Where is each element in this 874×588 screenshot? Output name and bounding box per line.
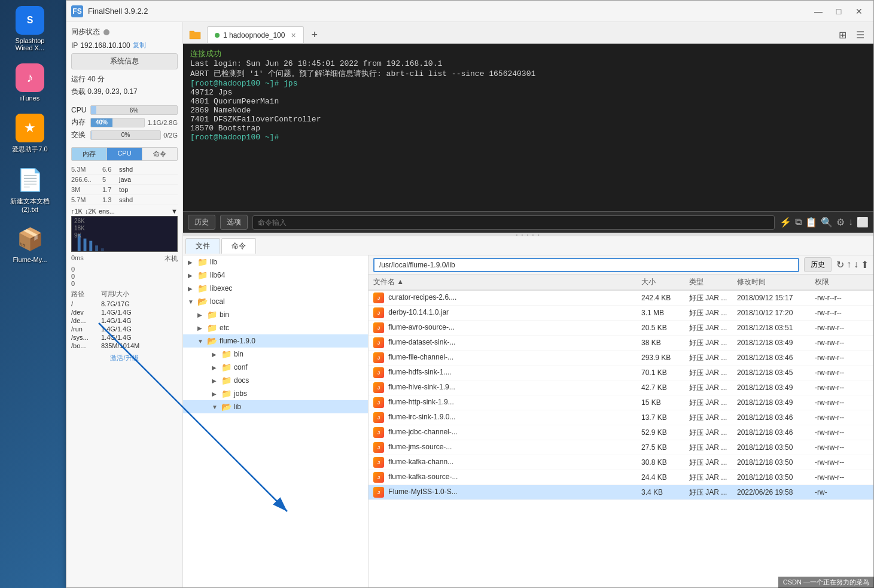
tree-folder-icon-flume-bin: 📁	[221, 349, 232, 359]
file-size-1: 3.1 MB	[641, 309, 689, 317]
sysinfo-button[interactable]: 系统信息	[71, 53, 178, 69]
file-perm-8: -rw-rw-r--	[815, 413, 869, 422]
file-name-5: J flume-hdfs-sink-1....	[373, 367, 641, 378]
file-date-2: 2018/12/18 03:51	[737, 324, 815, 332]
settings-icon[interactable]: ⚙	[836, 217, 845, 228]
activate-link[interactable]: 激活/升级	[71, 354, 178, 362]
swap-detail: 0/2G	[163, 132, 178, 139]
delete-icon[interactable]: ⬆	[861, 259, 869, 270]
desktop: S Splashtop Wired X... ♪ iTunes ★ 爱思助手7.…	[0, 0, 874, 588]
file-size-3: 38 KB	[641, 339, 689, 347]
upload-icon[interactable]: ↑	[846, 259, 851, 270]
network-header: ↑1K ↓2K ens... ▼	[71, 208, 178, 215]
col-type[interactable]: 类型	[689, 277, 737, 287]
file-table: 文件名 ▲ 大小 类型 修改时间 权限 J curator-recipes-2.…	[369, 275, 873, 587]
disk-row: /run 1.4G/1.4G	[71, 325, 178, 333]
tree-item-lib[interactable]: ▶ 📁 lib	[183, 255, 368, 269]
desktop-icon-newtxt[interactable]: 📄 新建文本文档(2).txt	[6, 166, 54, 213]
file-row[interactable]: J flume-jms-source-... 27.5 KB 好压 JAR ..…	[369, 440, 873, 455]
file-row[interactable]: J flume-irc-sink-1.9.0... 13.7 KB 好压 JAR…	[369, 410, 873, 425]
file-row[interactable]: J flume-kafka-source-... 24.4 KB 好压 JAR …	[369, 470, 873, 485]
col-size[interactable]: 大小	[641, 277, 689, 287]
cpu-bar: 6%	[90, 105, 178, 115]
tree-item-libexec[interactable]: ▶ 📁 libexec	[183, 282, 368, 295]
tree-item-flume-docs[interactable]: ▶ 📁 docs	[183, 374, 368, 387]
tab-close-button[interactable]: ×	[291, 31, 296, 40]
folder-button[interactable]	[185, 26, 205, 43]
window-controls: — □ ✕	[809, 4, 869, 19]
path-input[interactable]	[373, 258, 799, 272]
path-history-button[interactable]: 历史	[804, 257, 832, 272]
tree-item-flume190[interactable]: ▼ 📂 flume-1.9.0	[183, 334, 368, 348]
watermark: CSDN —一个正在努力的菜鸟	[778, 577, 874, 588]
file-row[interactable]: J flume-hive-sink-1.9... 42.7 KB 好压 JAR …	[369, 380, 873, 395]
file-row[interactable]: J flume-http-sink-1.9... 15 KB 好压 JAR ..…	[369, 395, 873, 410]
terminal-area[interactable]: 连接成功 Last login: Sun Jun 26 18:45:01 202…	[183, 44, 873, 211]
tree-label-flume190: flume-1.9.0	[220, 337, 255, 345]
download-icon[interactable]: ↓	[848, 217, 853, 228]
fullscreen-icon[interactable]: ⬜	[857, 217, 869, 228]
file-row[interactable]: J flume-hdfs-sink-1.... 70.1 KB 好压 JAR .…	[369, 365, 873, 380]
grid-view-button[interactable]: ⊞	[834, 26, 851, 43]
tab-mem[interactable]: 内存	[72, 148, 107, 160]
command-input[interactable]	[252, 215, 775, 230]
file-size-12: 24.4 KB	[641, 473, 689, 482]
file-tab-commands[interactable]: 命令	[221, 238, 256, 254]
file-size-9: 52.9 KB	[641, 428, 689, 437]
tree-item-flume-jobs[interactable]: ▶ 📁 jobs	[183, 387, 368, 400]
copy-button[interactable]: 复制	[133, 41, 146, 50]
file-tab-files[interactable]: 文件	[185, 238, 220, 254]
file-perm-3: -rw-rw-r--	[815, 339, 869, 347]
file-row[interactable]: J Flume-MyISS-1.0-S... 3.4 KB 好压 JAR ...…	[369, 485, 873, 500]
tab-status-dot	[215, 33, 220, 38]
file-row[interactable]: J flume-jdbc-channel-... 52.9 KB 好压 JAR …	[369, 425, 873, 440]
desktop-icon-itunes[interactable]: ♪ iTunes	[6, 63, 54, 102]
terminal-line-7: 2869 NameNode	[190, 106, 866, 115]
process-tabs[interactable]: 内存 CPU 命令	[71, 147, 178, 161]
col-date[interactable]: 修改时间	[737, 277, 815, 287]
close-button[interactable]: ✕	[849, 4, 869, 19]
tree-item-flume-lib[interactable]: ▼ 📂 lib	[183, 400, 368, 413]
add-tab-button[interactable]: +	[306, 26, 323, 43]
file-manager: 文件 命令 ▶ 📁 lib ▶	[183, 236, 873, 587]
file-row[interactable]: J curator-recipes-2.6.... 242.4 KB 好压 JA…	[369, 291, 873, 306]
file-size-4: 293.9 KB	[641, 354, 689, 362]
tree-label-bin: bin	[220, 310, 229, 319]
history-button[interactable]: 历史	[188, 215, 215, 230]
tree-item-lib64[interactable]: ▶ 📁 lib64	[183, 269, 368, 282]
search-icon[interactable]: 🔍	[821, 217, 833, 228]
desktop-icon-flume[interactable]: 📦 Flume-My...	[6, 225, 54, 263]
desktop-icon-aisi[interactable]: ★ 爱思助手7.0	[6, 114, 54, 154]
refresh-icon[interactable]: ↻	[836, 259, 844, 270]
tree-item-bin[interactable]: ▶ 📁 bin	[183, 308, 368, 321]
svg-rect-2	[89, 241, 92, 251]
paste-icon[interactable]: 📋	[805, 217, 817, 228]
tree-item-flume-bin[interactable]: ▶ 📁 bin	[183, 348, 368, 361]
maximize-button[interactable]: □	[829, 4, 848, 19]
col-perm[interactable]: 权限	[815, 277, 869, 287]
file-size-5: 70.1 KB	[641, 368, 689, 377]
copy-icon[interactable]: ⧉	[795, 217, 802, 228]
file-row[interactable]: J flume-file-channel-... 293.9 KB 好压 JAR…	[369, 351, 873, 365]
path-bar: 历史 ↻ ↑ ↓ ⬆	[369, 255, 873, 275]
lightning-icon[interactable]: ⚡	[779, 217, 791, 228]
file-row[interactable]: J flume-dataset-sink-... 38 KB 好压 JAR ..…	[369, 336, 873, 351]
options-button[interactable]: 选项	[220, 215, 248, 230]
file-row[interactable]: J derby-10.14.1.0.jar 3.1 MB 好压 JAR ... …	[369, 306, 873, 321]
list-view-button[interactable]: ☰	[852, 26, 869, 43]
file-type-4: 好压 JAR ...	[689, 353, 737, 363]
col-name[interactable]: 文件名 ▲	[373, 277, 641, 287]
tree-item-etc[interactable]: ▶ 📁 etc	[183, 321, 368, 334]
file-panel: ▶ 📁 lib ▶ 📁 lib64 ▶ 📁	[183, 255, 873, 587]
desktop-icon-splashtop[interactable]: S Splashtop Wired X...	[6, 6, 54, 51]
file-row[interactable]: J flume-kafka-chann... 30.8 KB 好压 JAR ..…	[369, 455, 873, 470]
minimize-button[interactable]: —	[809, 4, 828, 19]
main-tab[interactable]: 1 hadoopnode_100 ×	[207, 26, 304, 43]
tab-cpu[interactable]: CPU	[107, 148, 142, 160]
download-icon[interactable]: ↓	[854, 259, 858, 270]
file-row[interactable]: J flume-avro-source-... 20.5 KB 好压 JAR .…	[369, 321, 873, 336]
disk-path-5: /bo...	[71, 342, 101, 349]
tab-cmd[interactable]: 命令	[142, 148, 177, 160]
tree-item-local[interactable]: ▼ 📂 local	[183, 295, 368, 308]
tree-item-flume-conf[interactable]: ▶ 📁 conf	[183, 361, 368, 374]
